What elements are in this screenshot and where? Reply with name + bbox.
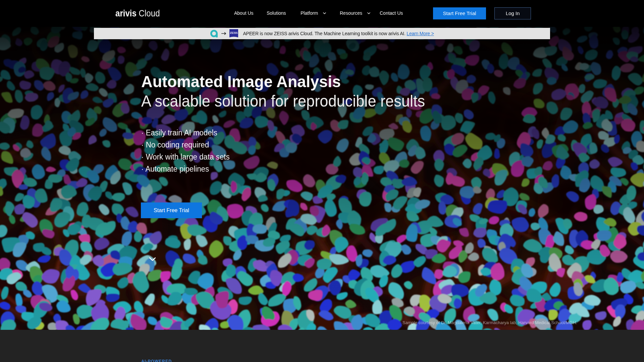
svg-text:ZEISS: ZEISS (230, 32, 238, 35)
